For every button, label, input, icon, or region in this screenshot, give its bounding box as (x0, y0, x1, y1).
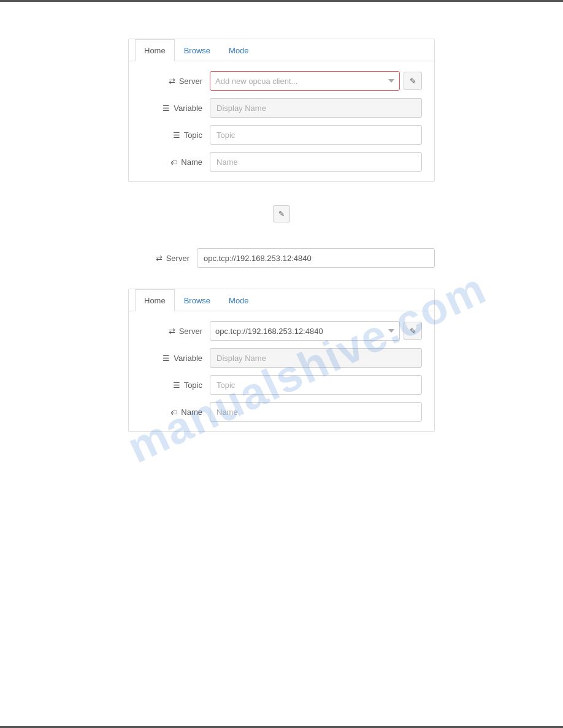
panel-1-server-select-row: Add new opcua client... ✎ (210, 71, 422, 91)
tab-2-home[interactable]: Home (135, 289, 175, 311)
center-edit-area: ✎ (273, 200, 290, 227)
server-2-icon (169, 327, 175, 336)
panel-2-server-select-row: opc.tcp://192.168.253.12:4840 ✎ (210, 321, 422, 341)
panel-1-name-label: Name (141, 157, 202, 167)
topic-icon (173, 131, 180, 140)
name-icon (170, 157, 177, 167)
tab-1-browse[interactable]: Browse (175, 39, 220, 61)
name-2-icon (170, 408, 177, 417)
panel-1-topic-input[interactable] (210, 125, 422, 145)
center-edit-btn[interactable]: ✎ (273, 205, 290, 222)
panel-1-variable-label: Variable (141, 104, 202, 113)
panel-2-tabs: Home Browse Mode (129, 289, 434, 311)
variable-icon (163, 104, 170, 113)
panel-2-name-label: Name (141, 408, 202, 417)
server-icon (169, 77, 175, 86)
server-readonly-value: opc.tcp://192.168.253.12:4840 (197, 248, 435, 268)
panel-1-server-row: Server Add new opcua client... ✎ (141, 71, 422, 91)
panel-2-server-edit-btn[interactable]: ✎ (404, 322, 422, 340)
panel-2-server-select[interactable]: opc.tcp://192.168.253.12:4840 (210, 321, 400, 341)
panel-1-variable-row: Variable (141, 98, 422, 118)
panel-1-server-label: Server (141, 77, 202, 86)
topic-2-icon (173, 381, 180, 390)
variable-2-icon (163, 354, 170, 363)
tab-2-mode[interactable]: Mode (220, 289, 258, 311)
panel-1-name-input[interactable] (210, 152, 422, 172)
page-content: Home Browse Mode Server Add new opcua cl… (0, 2, 563, 469)
panel-2-server-row: Server opc.tcp://192.168.253.12:4840 ✎ (141, 321, 422, 341)
panel-2-topic-row: Topic (141, 375, 422, 395)
panel-2-name-row: Name (141, 402, 422, 422)
server-readonly-label: Server (128, 254, 190, 263)
panel-2-variable-row: Variable (141, 348, 422, 368)
server-readonly-display: Server opc.tcp://192.168.253.12:4840 (128, 246, 435, 270)
panel-1-server-edit-btn[interactable]: ✎ (404, 72, 422, 90)
tab-1-home[interactable]: Home (135, 39, 175, 61)
panel-1-variable-input[interactable] (210, 98, 422, 118)
panel-2: Home Browse Mode Server opc.tcp://192.16… (128, 289, 435, 432)
panel-2-form: Server opc.tcp://192.168.253.12:4840 ✎ V… (129, 311, 434, 431)
panel-1-topic-row: Topic (141, 125, 422, 145)
panel-1-form: Server Add new opcua client... ✎ Variabl… (129, 61, 434, 181)
panel-1: Home Browse Mode Server Add new opcua cl… (128, 39, 435, 182)
panel-1-tabs: Home Browse Mode (129, 39, 434, 61)
panel-1-server-select[interactable]: Add new opcua client... (210, 71, 400, 91)
panel-2-topic-input[interactable] (210, 375, 422, 395)
tab-1-mode[interactable]: Mode (220, 39, 258, 61)
panel-2-variable-input[interactable] (210, 348, 422, 368)
panel-1-topic-label: Topic (141, 131, 202, 140)
tab-2-browse[interactable]: Browse (175, 289, 220, 311)
panel-2-server-label: Server (141, 327, 202, 336)
panel-1-name-row: Name (141, 152, 422, 172)
panel-2-name-input[interactable] (210, 402, 422, 422)
panel-2-variable-label: Variable (141, 354, 202, 363)
server-readonly-icon (156, 254, 163, 263)
panel-2-topic-label: Topic (141, 381, 202, 390)
